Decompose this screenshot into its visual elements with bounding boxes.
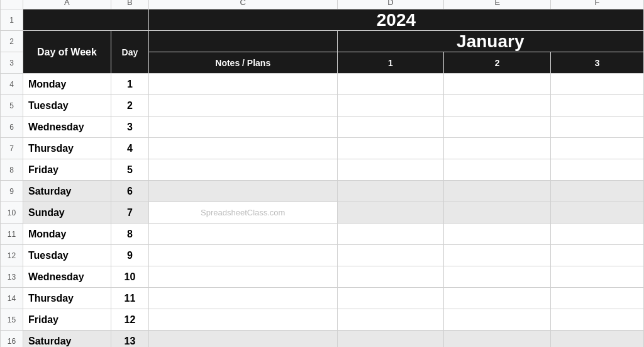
day-of-week-cell: Friday	[23, 309, 111, 331]
row-num-8: 8	[1, 159, 23, 181]
notes-cell[interactable]	[148, 117, 337, 138]
col-d-cell[interactable]	[337, 138, 444, 159]
notes-cell[interactable]	[148, 288, 337, 309]
col-e-cell[interactable]	[444, 159, 551, 181]
day-of-week-cell: Saturday	[23, 331, 111, 348]
spreadsheet: A B C D E F 1 2024 2 Day of Week Day Jan…	[0, 0, 644, 347]
col-f-cell[interactable]	[551, 117, 644, 138]
day-num-cell: 3	[111, 117, 148, 138]
row-num-7: 7	[1, 138, 23, 159]
col-e-cell[interactable]	[444, 245, 551, 266]
day-of-week-cell: Thursday	[23, 138, 111, 159]
col-f-cell[interactable]	[551, 266, 644, 288]
col-e-cell[interactable]	[444, 138, 551, 159]
table-row: 8Friday5	[1, 159, 644, 181]
day-num-cell: 9	[111, 245, 148, 266]
col-d-cell[interactable]	[337, 331, 444, 348]
notes-cell[interactable]	[148, 159, 337, 181]
col-d-cell[interactable]	[337, 95, 444, 117]
day-num-cell: 8	[111, 224, 148, 245]
col-f-cell[interactable]	[551, 138, 644, 159]
col-d-cell[interactable]	[337, 266, 444, 288]
col-header-e: E	[444, 0, 551, 9]
col-f-cell[interactable]	[551, 331, 644, 348]
day-of-week-cell: Tuesday	[23, 95, 111, 117]
row-num-16: 16	[1, 331, 23, 348]
day-num-cell: 11	[111, 288, 148, 309]
col-e-cell[interactable]	[444, 331, 551, 348]
col-header-c: C	[148, 0, 337, 9]
table-row: 13Wednesday10	[1, 266, 644, 288]
table-row: 4Monday1	[1, 74, 644, 95]
col-f-cell[interactable]	[551, 224, 644, 245]
notes-cell[interactable]	[148, 74, 337, 95]
col-e-cell[interactable]	[444, 224, 551, 245]
day-of-week-cell: Wednesday	[23, 266, 111, 288]
col-f-cell[interactable]	[551, 288, 644, 309]
day-header: Day	[111, 31, 148, 74]
col-e-cell[interactable]	[444, 74, 551, 95]
col-f-cell[interactable]	[551, 159, 644, 181]
table-row: 6Wednesday3	[1, 117, 644, 138]
year-cell: 2024	[148, 9, 643, 31]
day-num-cell: 7	[111, 202, 148, 224]
row-num-15: 15	[1, 309, 23, 331]
table-row: 10Sunday7SpreadsheetClass.com	[1, 202, 644, 224]
day-num-cell: 6	[111, 181, 148, 202]
row-2: 2 Day of Week Day January	[1, 31, 644, 52]
row-num-2: 2	[1, 31, 23, 52]
table-row: 14Thursday11	[1, 288, 644, 309]
notes-cell[interactable]	[148, 138, 337, 159]
notes-cell[interactable]	[148, 331, 337, 348]
col-d-cell[interactable]	[337, 245, 444, 266]
table-row: 5Tuesday2	[1, 95, 644, 117]
col-d-cell[interactable]	[337, 117, 444, 138]
col-f-cell[interactable]	[551, 202, 644, 224]
col-d-cell[interactable]	[337, 288, 444, 309]
notes-cell[interactable]	[148, 245, 337, 266]
col-d-cell[interactable]	[337, 74, 444, 95]
notes-cell[interactable]	[148, 266, 337, 288]
notes-cell[interactable]	[148, 309, 337, 331]
row-num-14: 14	[1, 288, 23, 309]
col-d-cell[interactable]	[337, 159, 444, 181]
col-header-a: A	[23, 0, 111, 9]
row-num-6: 6	[1, 117, 23, 138]
col-e-cell[interactable]	[444, 309, 551, 331]
day-of-week-cell: Tuesday	[23, 245, 111, 266]
day-of-week-cell: Wednesday	[23, 117, 111, 138]
col-e-cell[interactable]	[444, 288, 551, 309]
col-d-header: 1	[337, 52, 444, 74]
col-f-cell[interactable]	[551, 309, 644, 331]
col-e-cell[interactable]	[444, 266, 551, 288]
row-num-1: 1	[1, 9, 23, 31]
col-e-cell[interactable]	[444, 95, 551, 117]
table-row: 7Thursday4	[1, 138, 644, 159]
col-e-cell[interactable]	[444, 181, 551, 202]
col-d-cell[interactable]	[337, 224, 444, 245]
col-f-cell[interactable]	[551, 74, 644, 95]
day-num-cell: 2	[111, 95, 148, 117]
table-row: 12Tuesday9	[1, 245, 644, 266]
col-d-cell[interactable]	[337, 202, 444, 224]
table-row: 16Saturday13	[1, 331, 644, 348]
col-e-cell[interactable]	[444, 117, 551, 138]
col-f-cell[interactable]	[551, 181, 644, 202]
col-e-cell[interactable]	[444, 202, 551, 224]
col-d-cell[interactable]	[337, 181, 444, 202]
day-of-week-cell: Thursday	[23, 288, 111, 309]
row-num-5: 5	[1, 95, 23, 117]
table-row: 11Monday8	[1, 224, 644, 245]
row-num-12: 12	[1, 245, 23, 266]
col-d-cell[interactable]	[337, 309, 444, 331]
notes-cell[interactable]	[148, 95, 337, 117]
notes-cell[interactable]	[148, 224, 337, 245]
col-f-cell[interactable]	[551, 245, 644, 266]
col-e-header: 2	[444, 52, 551, 74]
col-f-cell[interactable]	[551, 95, 644, 117]
month-cell: January	[337, 31, 643, 52]
month-notes-spacer	[148, 31, 337, 52]
notes-cell[interactable]	[148, 181, 337, 202]
day-of-week-cell: Monday	[23, 224, 111, 245]
notes-cell[interactable]: SpreadsheetClass.com	[148, 202, 337, 224]
